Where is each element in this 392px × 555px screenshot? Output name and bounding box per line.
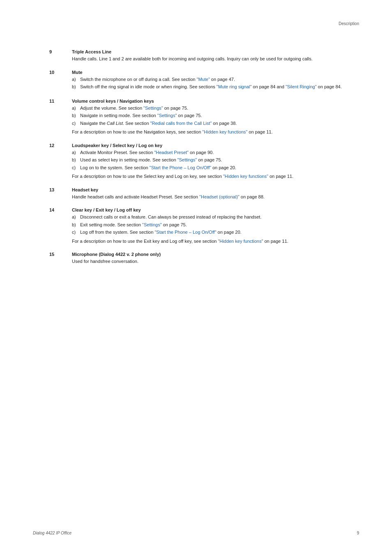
section-number-15: 15 — [49, 252, 72, 265]
section-number-14: 14 — [49, 207, 72, 244]
list-text-10b: Switch off the ring signal in idle mode … — [80, 83, 359, 90]
section-text-13: Handle headset calls and activate Headse… — [72, 193, 359, 200]
section-body-10: Mute a) Switch the microphone on or off … — [72, 70, 359, 91]
section-title-13: Headset key — [72, 187, 359, 192]
list-label-14a: a) — [72, 214, 80, 221]
link-start-phone-14c[interactable]: "Start the Phone – Log On/Off" — [154, 230, 216, 235]
section-body-9: Triple Access Line Handle calls. Line 1 … — [72, 49, 359, 62]
section-11: 11 Volume control keys / Navigation keys… — [49, 99, 359, 136]
list-label-12b: b) — [72, 157, 80, 164]
section-body-15: Microphone (Dialog 4422 v. 2 phone only)… — [72, 252, 359, 265]
list-text-12b: Used as select key in setting mode. See … — [80, 157, 359, 164]
list-label-11a: a) — [72, 105, 80, 112]
list-label-10b: b) — [72, 83, 80, 90]
link-settings-14b[interactable]: "Settings" — [142, 222, 162, 227]
link-mute[interactable]: "Mute" — [197, 77, 210, 82]
section-body-13: Headset key Handle headset calls and act… — [72, 187, 359, 200]
section-text-9: Handle calls. Line 1 and 2 are available… — [72, 55, 359, 62]
list-item-10b: b) Switch off the ring signal in idle mo… — [72, 83, 359, 90]
section-15: 15 Microphone (Dialog 4422 v. 2 phone on… — [49, 252, 359, 265]
section-title-15: Microphone (Dialog 4422 v. 2 phone only) — [72, 252, 359, 257]
list-text-10a: Switch the microphone on or off during a… — [80, 76, 359, 83]
section-text-15: Used for handsfree conversation. — [72, 258, 359, 265]
list-text-14b: Exit setting mode. See section "Settings… — [80, 221, 359, 228]
link-silent-ringing[interactable]: "Silent Ringing" — [286, 84, 317, 89]
list-item-11c: c) Navigate the Call List. See section "… — [72, 120, 359, 127]
link-redial-calls[interactable]: "Redial calls from the Call List" — [150, 121, 212, 126]
section-title-11: Volume control keys / Navigation keys — [72, 99, 359, 104]
list-item-12a: a) Activate Monitor Preset. See section … — [72, 149, 359, 156]
list-text-11c: Navigate the Call List. See section "Red… — [80, 120, 359, 127]
section-number-13: 13 — [49, 187, 72, 200]
section-number-11: 11 — [49, 99, 72, 136]
link-start-phone-12c[interactable]: "Start the Phone – Log On/Off" — [150, 165, 211, 170]
link-settings-11a[interactable]: "Settings" — [143, 106, 163, 111]
list-item-10a: a) Switch the microphone on or off durin… — [72, 76, 359, 83]
section-number-10: 10 — [49, 70, 72, 91]
section-14: 14 Clear key / Exit key / Log off key a)… — [49, 207, 359, 244]
section-title-9: Triple Access Line — [72, 49, 359, 54]
list-text-11a: Adjust the volume. See section "Settings… — [80, 105, 359, 112]
section-body-11: Volume control keys / Navigation keys a)… — [72, 99, 359, 136]
list-label-10a: a) — [72, 76, 80, 83]
list-text-14c: Log off from the system. See section "St… — [80, 229, 359, 236]
content: 9 Triple Access Line Handle calls. Line … — [49, 49, 359, 265]
footer-left: Dialog 4422 IP Office — [33, 531, 71, 535]
list-label-11b: b) — [72, 112, 80, 119]
note-14: For a description on how to use the Exit… — [72, 238, 359, 245]
section-body-14: Clear key / Exit key / Log off key a) Di… — [72, 207, 359, 244]
link-settings-11b[interactable]: "Settings" — [157, 113, 177, 118]
list-label-14b: b) — [72, 221, 80, 228]
list-label-14c: c) — [72, 229, 80, 236]
link-hidden-key-functions-11[interactable]: "Hidden key functions" — [202, 129, 247, 134]
list-label-12a: a) — [72, 149, 80, 156]
page: Description 9 Triple Access Line Handle … — [0, 0, 392, 555]
link-settings-12b[interactable]: "Settings" — [178, 157, 197, 162]
note-12: For a description on how to use the Sele… — [72, 173, 359, 180]
list-text-12c: Log on to the system. See section "Start… — [80, 164, 359, 171]
list-text-11b: Navigate in setting mode. See section "S… — [80, 112, 359, 119]
section-13: 13 Headset key Handle headset calls and … — [49, 187, 359, 200]
header-label: Description — [339, 21, 359, 26]
list-item-12b: b) Used as select key in setting mode. S… — [72, 157, 359, 164]
link-headset-preset[interactable]: "Headset Preset" — [154, 150, 189, 155]
list-item-14c: c) Log off from the system. See section … — [72, 229, 359, 236]
section-number-12: 12 — [49, 143, 72, 180]
list-label-11c: c) — [72, 120, 80, 127]
list-item-14a: a) Disconnect calls or exit a feature. C… — [72, 214, 359, 221]
list-text-12a: Activate Monitor Preset. See section "He… — [80, 149, 359, 156]
list-label-12c: c) — [72, 164, 80, 171]
link-hidden-key-functions-12[interactable]: "Hidden key functions" — [223, 174, 268, 179]
list-item-11b: b) Navigate in setting mode. See section… — [72, 112, 359, 119]
list-item-11a: a) Adjust the volume. See section "Setti… — [72, 105, 359, 112]
list-text-14a: Disconnect calls or exit a feature. Can … — [80, 214, 359, 221]
section-body-12: Loudspeaker key / Select key / Log on ke… — [72, 143, 359, 180]
section-number-9: 9 — [49, 49, 72, 62]
section-10: 10 Mute a) Switch the microphone on or o… — [49, 70, 359, 91]
section-title-10: Mute — [72, 70, 359, 75]
section-title-14: Clear key / Exit key / Log off key — [72, 207, 359, 212]
link-hidden-key-functions-14[interactable]: "Hidden key functions" — [218, 239, 263, 244]
link-mute-ring-signal[interactable]: "Mute ring signal" — [217, 84, 251, 89]
link-headset-optional[interactable]: "Headset (optional)" — [199, 194, 240, 199]
list-item-12c: c) Log on to the system. See section "St… — [72, 164, 359, 171]
section-9: 9 Triple Access Line Handle calls. Line … — [49, 49, 359, 62]
list-item-14b: b) Exit setting mode. See section "Setti… — [72, 221, 359, 228]
section-title-12: Loudspeaker key / Select key / Log on ke… — [72, 143, 359, 148]
footer-right: 9 — [357, 531, 359, 535]
note-11: For a description on how to use the Navi… — [72, 129, 359, 136]
section-12: 12 Loudspeaker key / Select key / Log on… — [49, 143, 359, 180]
